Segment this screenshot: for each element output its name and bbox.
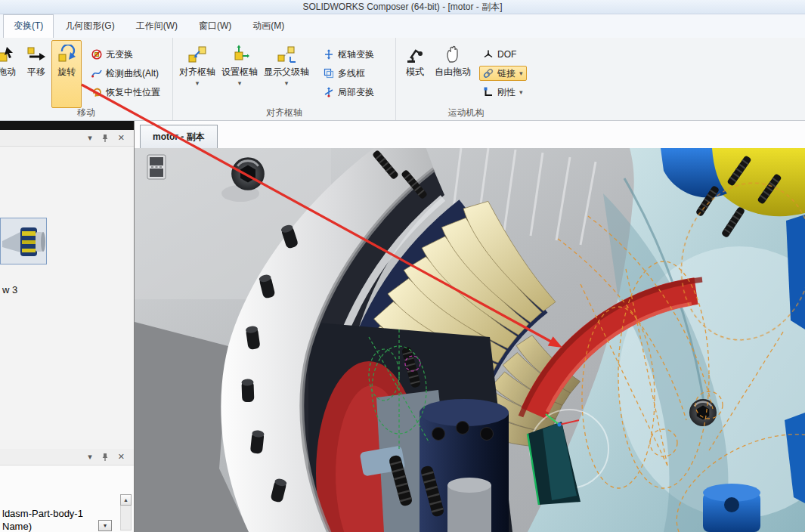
menu-tab-animation[interactable]: 动画(M) [243, 15, 294, 38]
assembly-panel-header: ▾ ✕ [0, 449, 134, 466]
dof-icon [483, 49, 494, 60]
turbine-model-scene [135, 148, 805, 532]
align-pivot-icon [187, 45, 207, 64]
link-button[interactable]: 链接 ▾ [479, 66, 527, 81]
ribbon-group-label-kinematics: 运动机构 [396, 107, 536, 119]
dof-button[interactable]: DOF [479, 47, 527, 62]
panel-collapse-icon[interactable]: ▾ [88, 453, 92, 461]
local-transform-icon [324, 87, 334, 97]
document-tab-strip: motor - 副本 [135, 121, 805, 148]
menu-tab-transform[interactable]: 变换(T) [3, 14, 54, 38]
drag-icon [0, 45, 17, 64]
hub-cluster [308, 322, 512, 532]
pan-icon [26, 45, 46, 64]
restore-neutral-icon [91, 87, 102, 97]
rigid-button[interactable]: 刚性 ▾ [479, 85, 527, 100]
set-pivot-dropdown[interactable]: ▾ [238, 80, 242, 86]
rotate-button[interactable]: 旋转 [51, 40, 82, 108]
panel-pin-icon[interactable] [101, 134, 109, 143]
detect-curve-button[interactable]: 检测曲线(Alt) [88, 66, 164, 81]
panel-close-icon[interactable]: ✕ [118, 453, 125, 461]
set-pivot-button[interactable]: 设置枢轴 ▾ [218, 40, 261, 108]
pan-button[interactable]: 平移 [21, 40, 51, 108]
rigid-dropdown[interactable]: ▾ [519, 89, 523, 95]
ribbon-group-label-move: 移动 [0, 107, 172, 119]
tree-item-part-body[interactable]: ldasm-Part-body-1 [2, 508, 83, 519]
panel-collapse-icon[interactable]: ▾ [88, 134, 92, 142]
3d-viewport[interactable] [135, 148, 805, 532]
hex-socket-bolt-left [231, 157, 265, 190]
align-pivot-dropdown[interactable]: ▾ [196, 80, 200, 86]
menu-tab-workshop[interactable]: 工作间(W) [126, 15, 187, 38]
panel-pin-icon[interactable] [101, 453, 109, 462]
menu-tab-bar: 变换(T) 几何图形(G) 工作间(W) 窗口(W) 动画(M) [0, 14, 805, 38]
show-parent-axis-icon [277, 45, 296, 64]
multi-wireframe-button[interactable]: 多线框 [320, 66, 378, 81]
menu-tab-window[interactable]: 窗口(W) [189, 15, 241, 38]
free-drag-button[interactable]: 自由拖动 [431, 40, 475, 108]
view-3-thumbnail-image [1, 218, 47, 264]
link-dropdown[interactable]: ▾ [519, 70, 523, 76]
align-pivot-button[interactable]: 对齐枢轴 ▾ [176, 40, 218, 108]
link-icon [483, 68, 494, 79]
set-pivot-icon [230, 45, 249, 64]
ribbon: 拖动 平移 旋转 无 [0, 38, 805, 121]
ribbon-group-kinematics: 模式 自由拖动 DOF 链接 ▾ [395, 38, 536, 120]
drag-button[interactable]: 拖动 [0, 40, 21, 108]
rigid-icon [483, 87, 494, 97]
scroll-up-button[interactable]: ▲ [120, 494, 132, 506]
ribbon-group-label-align-pivot: 对齐枢轴 [173, 107, 395, 119]
no-transform-icon [91, 49, 102, 60]
thumbnail-view-3[interactable] [0, 218, 47, 264]
pivot-transform-icon [324, 49, 334, 60]
window-titlebar: SOLIDWORKS Composer (64-bit) - [motor - … [0, 0, 805, 14]
view-3-label[interactable]: w 3 [2, 284, 17, 295]
sidebar-top-edge [0, 121, 134, 130]
document-tab[interactable]: motor - 副本 [140, 125, 218, 148]
property-combo-dropdown[interactable]: ▾ [98, 520, 112, 531]
pivot-transform-button[interactable]: 枢轴变换 [320, 47, 378, 62]
menu-tab-geometry[interactable]: 几何图形(G) [55, 15, 124, 38]
views-panel-header: ▾ ✕ [0, 130, 134, 147]
assembly-tree-panel: ▲ ldasm-Part-body-1 Name) ▾ [0, 466, 134, 532]
window-title: SOLIDWORKS Composer (64-bit) - [motor - … [302, 2, 502, 12]
bottom-right-blue-part [703, 484, 760, 532]
restore-neutral-button[interactable]: 恢复中性位置 [88, 85, 164, 100]
local-transform-button[interactable]: 局部变换 [320, 85, 378, 100]
multi-wireframe-icon [324, 68, 334, 79]
mode-button[interactable]: 模式 [399, 40, 431, 108]
show-parent-axis-button[interactable]: 显示父级轴 ▾ [261, 40, 312, 108]
mode-icon [405, 45, 425, 64]
left-sidebar: ▾ ✕ w 3 ▾ ✕ ▲ ld [0, 121, 135, 532]
free-drag-icon [443, 45, 463, 64]
panel-close-icon[interactable]: ✕ [118, 134, 125, 142]
hex-socket-bolt-right [689, 399, 717, 426]
ribbon-group-move: 拖动 平移 旋转 无 [0, 38, 172, 120]
show-parent-axis-dropdown[interactable]: ▾ [285, 80, 289, 86]
filmstrip-icon[interactable] [147, 154, 166, 180]
property-combo-value[interactable]: Name) [2, 521, 32, 532]
assembly-panel-header-wrap: ▾ ✕ [0, 449, 134, 466]
no-transform-button[interactable]: 无变换 [88, 47, 164, 62]
detect-curve-icon [91, 68, 102, 79]
ribbon-group-align-pivot: 对齐枢轴 ▾ 设置枢轴 ▾ 显示父级轴 ▾ [172, 38, 395, 120]
rotate-icon [57, 45, 76, 64]
